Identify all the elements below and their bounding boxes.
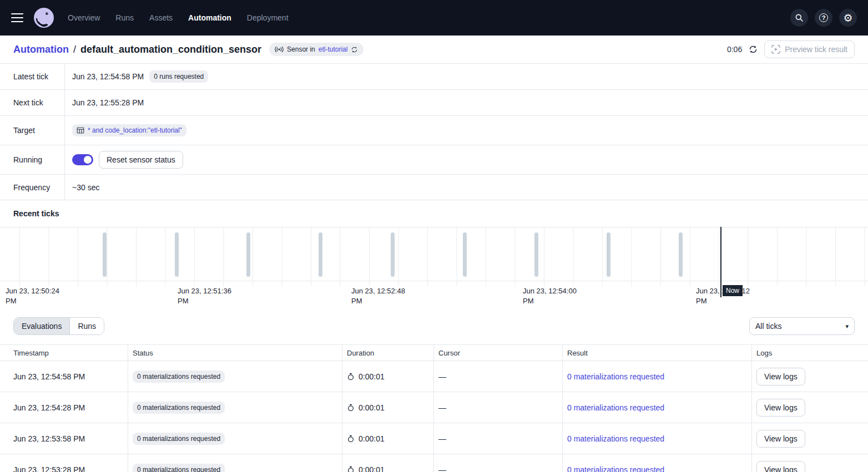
col-header-cursor: Cursor [433,344,562,361]
latest-tick-label: Latest tick [0,64,65,89]
latest-tick-status-badge: 0 runs requested [149,70,208,83]
breadcrumb-automation-link[interactable]: Automation [13,44,69,55]
sensor-details: Latest tick Jun 23, 12:54:58 PM 0 runs r… [0,64,868,200]
latest-tick-time: Jun 23, 12:54:58 PM [72,72,144,81]
eval-duration-2: 0:00:01 [342,423,433,454]
view-switcher: Evaluations Runs [13,317,104,335]
tick-status-filter[interactable]: All ticks ▾ [749,317,855,335]
target-label: Target [0,116,65,145]
help-button[interactable]: ? [815,9,832,27]
result-link[interactable]: 0 materializations requested [567,434,664,443]
header-actions: 0:06 Preview tick result [727,40,855,58]
tick-bar[interactable] [463,232,467,277]
cursor-value: — [438,372,446,381]
eval-result-2: 0 materializations requested [562,423,751,454]
col-header-timestamp: Timestamp [0,344,128,361]
sensor-badge-label: Sensor in [287,45,315,53]
eval-logs-2: View logs [751,423,868,454]
preview-tick-result-button[interactable]: Preview tick result [764,40,855,58]
tick-bar[interactable] [246,232,250,277]
nav-item-assets[interactable]: Assets [149,13,173,22]
view-logs-button[interactable]: View logs [756,399,805,417]
tick-status-filter-value: All ticks [755,322,781,331]
stopwatch-icon [347,404,355,412]
running-toggle[interactable] [72,154,93,165]
eval-status-0: 0 materializations requested [128,361,342,392]
result-link[interactable]: 0 materializations requested [567,372,664,381]
nav-item-overview[interactable]: Overview [68,13,100,22]
tick-bar[interactable] [534,232,538,277]
refresh-button[interactable] [749,45,758,54]
menu-icon[interactable] [11,13,23,22]
page-header: Automation / default_automation_conditio… [0,35,868,64]
duration-value: 0:00:01 [359,434,385,443]
duration-value: 0:00:01 [359,465,385,472]
latest-tick-row: Latest tick Jun 23, 12:54:58 PM 0 runs r… [0,64,868,90]
recent-ticks-heading: Recent ticks [0,200,868,227]
stopwatch-icon [347,466,355,472]
dagster-logo-icon[interactable] [33,7,54,28]
tab-runs[interactable]: Runs [69,318,104,334]
eval-timestamp-3: Jun 23, 12:53:28 PM [0,454,128,472]
result-link[interactable]: 0 materializations requested [567,465,664,472]
tab-evaluations[interactable]: Evaluations [14,318,69,334]
view-logs-button[interactable]: View logs [756,461,805,472]
nav-actions: ? ⚙ [790,9,857,27]
axis-tick-label: Jun 23, 12:51:36 PM [178,286,234,306]
search-button[interactable] [790,9,808,27]
eval-duration-1: 0:00:01 [342,392,433,423]
nav-item-deployment[interactable]: Deployment [247,13,289,22]
target-selection-text: * and code_location:"etl-tutorial" [88,126,182,134]
settings-button[interactable]: ⚙ [839,9,857,27]
duration-value: 0:00:01 [359,403,385,412]
eval-cursor-2: — [433,423,562,454]
eval-timestamp-1: Jun 23, 12:54:28 PM [0,392,128,423]
ticks-toolbar: Evaluations Runs All ticks ▾ [0,308,868,344]
tick-bar[interactable] [679,232,683,277]
tick-bar[interactable] [103,232,107,277]
nav-item-automation[interactable]: Automation [188,13,231,22]
tick-bar[interactable] [175,232,179,277]
eval-result-3: 0 materializations requested [562,454,751,472]
col-header-duration: Duration [342,344,433,361]
tick-bar[interactable] [319,232,322,277]
stopwatch-icon [347,373,355,380]
axis-tick-label: Jun 23, 12:50:24 PM [6,286,62,306]
now-badge: Now [723,285,743,296]
eval-timestamp-0: Jun 23, 12:54:58 PM [0,361,128,392]
eval-logs-1: View logs [751,392,868,423]
view-logs-button[interactable]: View logs [756,368,805,385]
sync-icon[interactable] [351,46,358,53]
nav-item-runs[interactable]: Runs [115,13,134,22]
chevron-down-icon: ▾ [845,323,849,330]
col-header-logs: Logs [751,344,868,361]
tick-bar[interactable] [391,232,395,277]
col-header-status: Status [128,344,342,361]
eval-duration-0: 0:00:01 [342,361,433,392]
frequency-row: Frequency ~30 sec [0,175,868,200]
eval-result-1: 0 materializations requested [562,392,751,423]
cursor-value: — [438,465,446,472]
reset-sensor-status-button[interactable]: Reset sensor status [99,151,183,169]
main-nav-links: Overview Runs Assets Automation Deployme… [68,13,289,22]
eval-status-1: 0 materializations requested [128,392,342,423]
tick-bar[interactable] [607,232,610,277]
status-badge: 0 materializations requested [133,402,225,414]
eval-cursor-3: — [433,454,562,472]
refresh-icon [749,45,758,54]
sensor-icon [275,46,284,53]
eval-logs-3: View logs [751,454,868,472]
preview-button-label: Preview tick result [785,45,847,54]
eval-logs-0: View logs [751,361,868,392]
preview-icon [771,45,780,54]
cursor-value: — [438,434,446,443]
gear-icon: ⚙ [843,13,852,23]
view-logs-button[interactable]: View logs [756,430,805,448]
axis-tick-label: Jun 23, 12:54:00 PM [523,286,579,306]
target-selection-pill[interactable]: * and code_location:"etl-tutorial" [72,124,186,136]
breadcrumb-separator: / [73,44,76,55]
cursor-value: — [438,403,446,412]
status-badge: 0 materializations requested [133,371,225,383]
code-location-link[interactable]: etl-tutorial [319,45,348,53]
result-link[interactable]: 0 materializations requested [567,403,664,412]
